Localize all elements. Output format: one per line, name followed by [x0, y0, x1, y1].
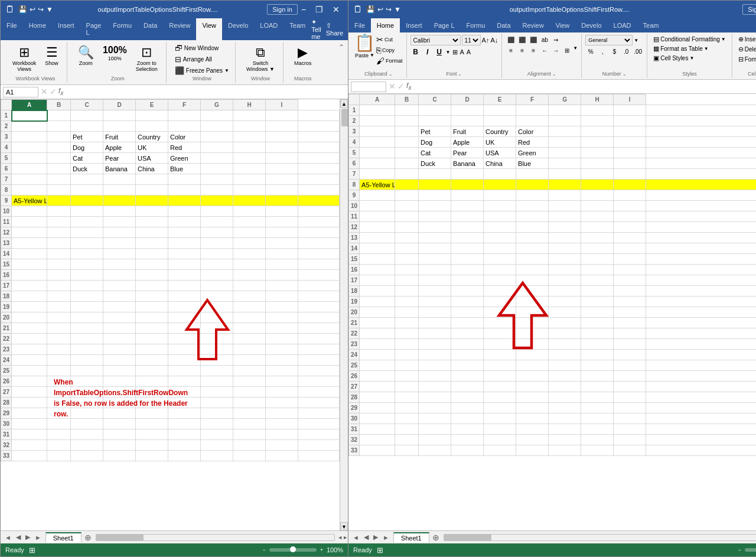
grid-cell[interactable]: [516, 350, 549, 360]
grid-cell[interactable]: [233, 355, 266, 366]
grid-cell[interactable]: [549, 413, 581, 424]
grid-cell[interactable]: [71, 355, 103, 366]
grid-cell[interactable]: [419, 222, 451, 233]
grid-cell[interactable]: [549, 275, 581, 286]
grid-cell[interactable]: [71, 344, 103, 355]
row-header-10[interactable]: 10: [1, 206, 12, 217]
grid-cell[interactable]: [233, 238, 266, 249]
grid-cell[interactable]: [549, 371, 581, 382]
grid-cell[interactable]: [614, 211, 646, 222]
grid-cell[interactable]: [47, 249, 71, 259]
right-sheet1-tab[interactable]: Sheet1: [393, 532, 429, 543]
table-row[interactable]: 13: [349, 233, 756, 243]
grid-cell[interactable]: [71, 281, 103, 291]
grid-cell[interactable]: [201, 164, 233, 174]
grid-cell[interactable]: [103, 185, 136, 196]
grid-cell[interactable]: [136, 429, 168, 440]
grid-cell[interactable]: [233, 323, 266, 334]
grid-cell[interactable]: [646, 424, 756, 435]
grid-cell[interactable]: [549, 307, 581, 318]
grid-cell[interactable]: [516, 360, 549, 371]
grid-cell[interactable]: [233, 366, 266, 376]
left-zoom-100-btn[interactable]: 100% 100%: [99, 43, 131, 63]
grid-cell[interactable]: [360, 201, 395, 211]
grid-cell[interactable]: [646, 158, 756, 169]
grid-cell[interactable]: [103, 355, 136, 366]
grid-cell[interactable]: [71, 259, 103, 270]
grid-cell[interactable]: [298, 227, 340, 238]
left-redo-icon[interactable]: ↪: [38, 5, 44, 14]
grid-cell[interactable]: [298, 281, 340, 291]
grid-cell[interactable]: [484, 318, 516, 328]
right-redo-icon[interactable]: ↪: [386, 5, 392, 14]
grid-cell[interactable]: [614, 371, 646, 382]
right-tab-page[interactable]: Page L: [428, 18, 461, 32]
grid-cell[interactable]: [233, 270, 266, 281]
grid-cell[interactable]: [614, 286, 646, 297]
grid-cell[interactable]: [298, 355, 340, 366]
grid-cell[interactable]: China: [136, 164, 168, 174]
grid-cell[interactable]: [136, 196, 168, 206]
left-col-A[interactable]: A: [12, 100, 47, 110]
grid-cell[interactable]: [646, 275, 756, 286]
grid-cell[interactable]: [12, 110, 47, 121]
grid-cell[interactable]: [136, 334, 168, 344]
right-delete-cells-btn[interactable]: ⊖ Delete ▼: [736, 45, 756, 54]
left-tab-page[interactable]: Page L: [80, 18, 107, 40]
grid-cell[interactable]: [298, 376, 340, 387]
grid-cell[interactable]: [71, 174, 103, 185]
left-zoom-handle[interactable]: [290, 546, 296, 552]
right-size-select[interactable]: 11: [462, 35, 481, 45]
grid-cell[interactable]: [12, 185, 47, 196]
grid-cell[interactable]: [136, 419, 168, 429]
grid-cell[interactable]: [103, 206, 136, 217]
grid-cell[interactable]: USA: [136, 153, 168, 164]
grid-cell[interactable]: [360, 275, 395, 286]
row-header-9[interactable]: 9: [349, 190, 360, 201]
grid-cell[interactable]: [451, 445, 484, 456]
grid-cell[interactable]: [549, 265, 581, 275]
right-font-color-btn[interactable]: A: [466, 48, 471, 56]
grid-cell[interactable]: [103, 312, 136, 323]
grid-cell[interactable]: [516, 435, 549, 445]
grid-cell[interactable]: [451, 116, 484, 126]
grid-cell[interactable]: [266, 206, 298, 217]
grid-cell[interactable]: [168, 206, 201, 217]
grid-cell[interactable]: [614, 148, 646, 158]
grid-cell[interactable]: [266, 142, 298, 153]
grid-cell[interactable]: [12, 302, 47, 312]
right-merge-cells-btn[interactable]: ⊞: [562, 45, 572, 55]
grid-cell[interactable]: [201, 366, 233, 376]
grid-cell[interactable]: [12, 408, 47, 419]
left-tab-home[interactable]: Home: [23, 18, 52, 40]
grid-cell[interactable]: [298, 110, 340, 121]
grid-cell[interactable]: A5-Yellow Line: [12, 196, 47, 206]
grid-cell[interactable]: [451, 169, 484, 180]
table-row[interactable]: 17: [1, 281, 340, 291]
number-expand-icon[interactable]: ⌄: [623, 71, 627, 77]
row-header-17[interactable]: 17: [1, 281, 12, 291]
grid-cell[interactable]: [168, 312, 201, 323]
table-row[interactable]: 23: [1, 344, 340, 355]
grid-cell[interactable]: [103, 217, 136, 227]
grid-cell[interactable]: [646, 297, 756, 307]
grid-cell[interactable]: [419, 169, 451, 180]
grid-cell[interactable]: [614, 116, 646, 126]
grid-cell[interactable]: [395, 360, 419, 371]
right-tab-data[interactable]: Data: [491, 18, 516, 32]
grid-cell[interactable]: [47, 281, 71, 291]
right-tab-file[interactable]: File: [348, 18, 371, 32]
row-header-18[interactable]: 18: [349, 286, 360, 297]
grid-cell[interactable]: [614, 158, 646, 169]
grid-cell[interactable]: [136, 121, 168, 132]
grid-cell[interactable]: [136, 281, 168, 291]
grid-cell[interactable]: [516, 116, 549, 126]
grid-cell[interactable]: [419, 190, 451, 201]
table-row[interactable]: 24: [349, 350, 756, 360]
right-align-center-btn[interactable]: ≡: [517, 45, 527, 55]
right-customize-icon[interactable]: ▼: [394, 5, 401, 14]
grid-cell[interactable]: [71, 440, 103, 451]
grid-cell[interactable]: [614, 233, 646, 243]
grid-cell[interactable]: Blue: [168, 164, 201, 174]
left-hscroll-thumb[interactable]: [96, 535, 144, 540]
